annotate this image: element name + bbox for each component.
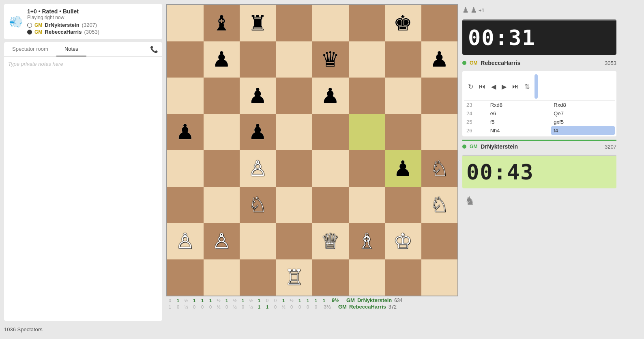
- score-1-13: 1: [280, 298, 287, 303]
- tabs-container: Spectator room Notes 📞 Type private note…: [4, 42, 162, 321]
- refresh-button[interactable]: ↻: [466, 82, 475, 91]
- last-move-button[interactable]: ⏭: [511, 82, 520, 91]
- score-2-4: 0: [207, 304, 214, 309]
- first-move-button[interactable]: ⏮: [477, 82, 487, 91]
- board-cell: ♟: [240, 114, 276, 151]
- board-cell: ♟: [421, 41, 458, 78]
- timer-card-white: 00:43: [462, 155, 616, 188]
- online-dot-2: [462, 145, 466, 149]
- score-1-10: 1: [255, 298, 263, 303]
- move-white[interactable]: Nh4: [488, 126, 552, 135]
- spectators-bar: 1036 Spectators: [4, 324, 162, 335]
- prev-move-button[interactable]: ◀: [489, 82, 498, 91]
- timer-display-black: 00:31: [466, 23, 612, 52]
- left-panel: 💨 1+0 • Rated • Bullet Playing right now…: [4, 4, 162, 335]
- score-total-2: 3½: [324, 304, 335, 310]
- right-panel: ♟ ♟ +1 00:31 GM RebeccaHarris 3053 ↻ ⏮ ◀…: [462, 4, 616, 335]
- score-1-7: ½: [231, 298, 238, 303]
- black-dot-icon: [27, 30, 32, 35]
- spectators-plus: +1: [479, 7, 485, 13]
- score-2-13: ½: [280, 304, 287, 309]
- board-cell: [167, 5, 204, 41]
- board-cell: [385, 259, 421, 296]
- move-white[interactable]: Rxd8: [488, 101, 552, 109]
- game-title: 1+0 • Rated • Bullet: [27, 8, 99, 15]
- phone-icon-button[interactable]: 📞: [146, 42, 162, 56]
- board-cell: [276, 223, 313, 259]
- board-cell: ♟: [312, 78, 349, 114]
- move-table-container: ↻ ⏮ ◀ ▶ ⏭ ⇅ 23Rxd8Rxd824e6Qe725f5gxf526N…: [462, 71, 616, 136]
- flip-board-button[interactable]: ⇅: [523, 82, 531, 91]
- score-1-14: ½: [288, 298, 295, 303]
- score-1-3: 1: [199, 298, 206, 303]
- player2-rating: (3053): [84, 29, 99, 35]
- move-black[interactable]: Qe7: [551, 109, 615, 118]
- score-player1-name: DrNykterstein: [357, 297, 392, 303]
- timer-card-black: 00:31: [462, 19, 616, 55]
- board-cell: [204, 78, 240, 114]
- score-1-5: ½: [215, 298, 222, 303]
- gm-label-score-1: GM: [346, 297, 355, 303]
- board-cell: ♘: [421, 150, 458, 187]
- board-cell: [349, 187, 385, 223]
- player2-header: GM DrNykterstein 3207: [462, 140, 616, 151]
- move-white[interactable]: f5: [488, 118, 552, 126]
- score-row-2: 1 0 ½ 0 0 0 ½ 0 ½ 0 ½ 1 1 0 ½ 0 0 0 0 3½: [166, 304, 458, 310]
- board-cell: [240, 259, 276, 296]
- move-number: 24: [464, 109, 488, 118]
- player1-rating: (3207): [82, 22, 97, 28]
- tabs-header: Spectator room Notes 📞: [4, 42, 162, 57]
- board-cell: [204, 259, 240, 296]
- board-cell: [276, 150, 313, 187]
- board-cell: [276, 78, 313, 114]
- board-cell: [349, 150, 385, 187]
- board-cell: [349, 114, 385, 151]
- board-cell: [421, 259, 458, 296]
- board-cell: [167, 150, 204, 187]
- scrollbar[interactable]: [535, 74, 538, 99]
- board-cell: [167, 259, 204, 296]
- board-cell: [167, 187, 204, 223]
- gm-label-1: GM: [34, 22, 42, 28]
- scores-table: 0 1 ½ 1 1 1 ½ 1 ½ 1 ½ 1 0 0 1 ½ 1 1 1 1: [166, 297, 458, 310]
- score-2-1: ½: [182, 304, 190, 309]
- move-white[interactable]: e6: [488, 109, 552, 118]
- board-cell: [421, 223, 458, 259]
- score-1-12: 0: [272, 298, 279, 303]
- move-table: 23Rxd8Rxd824e6Qe725f5gxf526Nh4f4: [464, 101, 615, 135]
- next-move-button[interactable]: ▶: [500, 82, 508, 91]
- board-area: ♝♜♚♟♛♟♟♟♟♟♙♟♘♘♘♙♙♕♗♔♖ 0 1 ½ 1 1 1 ½ 1 ½ …: [166, 4, 458, 335]
- online-dot-1: [462, 61, 466, 65]
- move-black[interactable]: gxf5: [551, 118, 615, 126]
- score-1-15: 1: [296, 298, 303, 303]
- notes-content: Type private notes here: [4, 57, 162, 321]
- player1-rating-right: 3053: [605, 60, 616, 66]
- move-number: 26: [464, 126, 488, 135]
- board-cell: [312, 114, 349, 151]
- move-number: 25: [464, 118, 488, 126]
- board-cell: ♟: [240, 78, 276, 114]
- move-black[interactable]: Rxd8: [551, 101, 615, 109]
- score-2-15: 0: [296, 304, 303, 309]
- tab-notes[interactable]: Notes: [56, 42, 86, 56]
- score-2-17: 0: [312, 304, 320, 309]
- board-cell: [421, 114, 458, 151]
- move-black[interactable]: f4: [551, 126, 615, 135]
- score-2-16: 0: [304, 304, 311, 309]
- score-player1-rating: 634: [394, 298, 402, 303]
- player2-title: GM: [470, 144, 477, 149]
- move-number: 23: [464, 101, 488, 109]
- score-2-label: 1: [166, 304, 174, 309]
- board-cell: [312, 150, 349, 187]
- score-1-17: 1: [312, 298, 320, 303]
- tab-spectator-room[interactable]: Spectator room: [4, 42, 56, 56]
- score-1-2: 1: [191, 298, 198, 303]
- player-row-white: GM DrNykterstein (3207): [27, 22, 99, 28]
- move-row: 26Nh4f4: [464, 126, 615, 135]
- board-cell: ♟: [385, 150, 421, 187]
- player1-name-right: RebeccaHarris: [481, 60, 520, 66]
- board-cell: ♘: [240, 187, 276, 223]
- board-cell: [204, 114, 240, 151]
- move-row: 23Rxd8Rxd8: [464, 101, 615, 109]
- board-cell: ♔: [385, 223, 421, 259]
